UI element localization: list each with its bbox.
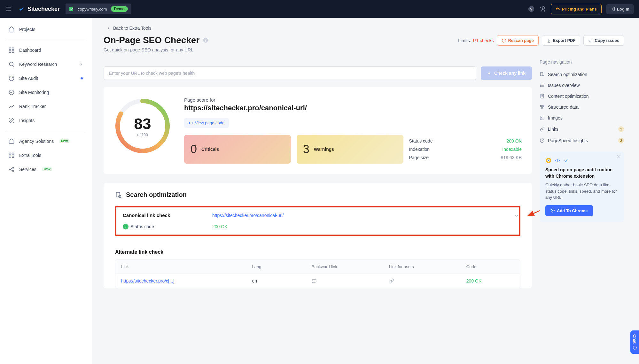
trending-icon <box>8 103 15 110</box>
sidebar-item-rank-tracker[interactable]: Rank Tracker <box>3 99 89 113</box>
warnings-tile[interactable]: 3 Warnings <box>297 135 403 164</box>
gauge-icon <box>8 75 15 81</box>
add-user-icon[interactable] <box>539 5 546 12</box>
svg-text:</>: </> <box>555 159 560 162</box>
grid-icon <box>8 47 15 53</box>
chevron-down-icon[interactable] <box>514 213 519 218</box>
svg-rect-18 <box>9 140 14 143</box>
svg-point-23 <box>9 169 10 170</box>
export-pdf-button[interactable]: Export PDF <box>542 35 581 46</box>
canonical-label: Canonical link check <box>123 213 206 218</box>
sidebar: Projects Dashboard Keyword Research Site… <box>0 18 92 364</box>
score-value: 83 <box>134 115 151 133</box>
help-icon[interactable]: ? <box>528 5 535 12</box>
chevron-left-icon <box>107 26 111 30</box>
view-code-button[interactable]: View page code <box>184 118 229 128</box>
page-subtitle: Get quick on-page SEO analysis for any U… <box>104 47 208 52</box>
brand-logo[interactable]: Sitechecker <box>18 5 60 12</box>
chevron-right-icon <box>79 62 83 66</box>
svg-line-37 <box>121 197 121 198</box>
list-icon <box>540 83 545 88</box>
copy-issues-button[interactable]: Copy issues <box>583 35 624 46</box>
svg-point-54 <box>541 117 542 118</box>
search-optimization-section: Search optimization Canonical link check… <box>104 183 532 288</box>
svg-rect-19 <box>9 153 11 155</box>
nav-search-opt[interactable]: Search optimization <box>540 69 624 80</box>
sidebar-item-extra-tools[interactable]: Extra Tools <box>3 148 89 162</box>
check-icon: ✓ <box>123 224 129 229</box>
score-url: https://sitechecker.pro/canonical-url/ <box>184 104 522 112</box>
menu-icon[interactable] <box>5 5 12 12</box>
alternate-link-check: Alternate link check Link Lang Backward … <box>104 242 532 288</box>
domain-selector[interactable]: copywritely.com Demo <box>66 4 131 14</box>
nav-links[interactable]: Links1 <box>540 123 624 135</box>
login-button[interactable]: Log in <box>606 4 634 14</box>
refresh-icon <box>502 38 506 43</box>
sidebar-item-services[interactable]: Services NEW <box>3 162 89 176</box>
chat-icon <box>633 345 637 350</box>
chrome-extension-promo: </> Speed up on-page audit routine with … <box>540 151 624 222</box>
info-icon[interactable]: ? <box>203 37 208 43</box>
score-card: 83 of 100 Page score for https://siteche… <box>104 87 532 174</box>
sidebar-item-site-audit[interactable]: Site Audit <box>3 71 89 85</box>
table-header: Link Lang Backward link Link for users C… <box>115 260 520 274</box>
sidebar-item-site-monitoring[interactable]: Site Monitoring <box>3 85 89 99</box>
svg-rect-10 <box>9 48 11 50</box>
url-input[interactable] <box>104 66 476 80</box>
nav-pagespeed[interactable]: PageSpeed Insights2 <box>540 135 624 146</box>
svg-rect-12 <box>9 51 11 53</box>
code-icon: </> <box>554 157 561 164</box>
svg-point-46 <box>540 86 541 87</box>
domain-text: copywritely.com <box>78 7 107 12</box>
table-row: https://sitechecker.pro/c[...] en 200 OK <box>115 274 520 288</box>
login-icon <box>611 7 615 11</box>
sidebar-item-insights[interactable]: Insights <box>3 113 89 128</box>
bolt-icon <box>487 71 492 75</box>
criticals-tile[interactable]: 0 Criticals <box>184 135 291 164</box>
topbar: Sitechecker copywritely.com Demo ? Prici… <box>0 0 639 18</box>
pricing-button[interactable]: Pricing and Plans <box>551 4 602 14</box>
sidebar-item-dashboard[interactable]: Dashboard <box>3 43 89 57</box>
home-icon <box>8 26 15 33</box>
plus-circle-icon <box>550 208 555 213</box>
svg-line-26 <box>11 168 13 169</box>
add-to-chrome-button[interactable]: Add To Chrome <box>545 205 593 216</box>
status-code-value: 200 OK <box>212 224 227 229</box>
sidebar-item-keyword-research[interactable]: Keyword Research <box>3 57 89 71</box>
nav-issues[interactable]: Issues overview <box>540 80 624 91</box>
sidebar-item-projects[interactable]: Projects <box>3 22 89 36</box>
back-link[interactable]: Back to Extra Tools <box>104 24 152 35</box>
count-badge: 2 <box>618 138 624 143</box>
demo-badge: Demo <box>111 6 128 12</box>
copy-icon <box>588 38 593 43</box>
new-badge: NEW <box>59 139 69 143</box>
briefcase-icon <box>8 138 15 144</box>
site-icon <box>69 6 74 12</box>
svg-point-22 <box>12 156 14 158</box>
chat-tab[interactable]: Chat <box>630 330 639 354</box>
nav-structured[interactable]: Structured data <box>540 102 624 112</box>
svg-rect-51 <box>542 105 544 107</box>
tools-icon <box>8 152 15 159</box>
canonical-url[interactable]: https://sitechecker.pro/canonical-url/ <box>212 213 284 218</box>
alt-link[interactable]: https://sitechecker.pro/c[...] <box>121 278 175 283</box>
svg-point-25 <box>12 170 13 171</box>
nav-content[interactable]: Content optimization <box>540 91 624 102</box>
score-ring: 83 of 100 <box>114 97 171 155</box>
close-icon[interactable] <box>616 155 621 159</box>
svg-point-24 <box>12 167 13 168</box>
search-doc-icon <box>115 191 122 198</box>
monitor-icon <box>8 89 15 96</box>
limits-text: Limits: 1/1 checks <box>458 38 494 43</box>
share-icon <box>8 166 15 173</box>
count-badge: 1 <box>618 126 624 132</box>
svg-point-45 <box>540 85 541 85</box>
nav-images[interactable]: Images <box>540 112 624 123</box>
check-link-button[interactable]: Check any link <box>481 66 532 80</box>
file-icon <box>540 94 545 99</box>
rescan-button[interactable]: Rescan page <box>497 35 538 46</box>
canonical-check-highlight: Canonical link check https://sitechecker… <box>115 206 520 236</box>
sidebar-item-agency[interactable]: Agency Solutions NEW <box>3 134 89 148</box>
page-navigation: Page navigation Search optimization Issu… <box>540 59 624 146</box>
search-doc-icon <box>540 72 545 77</box>
